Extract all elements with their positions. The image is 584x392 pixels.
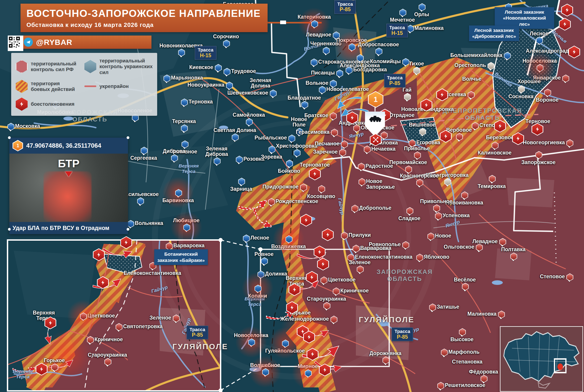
city-label: ГУЛЯЙПОЛЕ	[359, 315, 415, 324]
place-label: Высокое	[435, 336, 489, 342]
place-marker-icon	[441, 349, 448, 356]
place-marker-icon	[402, 241, 409, 249]
place-label: Благодатное	[277, 95, 332, 101]
place-label: Весёлое	[438, 277, 492, 282]
place-marker-icon	[358, 163, 365, 170]
place-marker-icon	[181, 98, 188, 106]
clash-icon	[317, 258, 329, 270]
place-marker-icon	[562, 74, 569, 82]
road-badge: ТрассаР-85	[335, 0, 356, 14]
place-label: Железнодорожное	[280, 316, 329, 322]
place-label: Калиновское	[467, 150, 522, 156]
fortified-line-icon	[84, 86, 96, 87]
place-marker-icon	[413, 67, 420, 74]
place-label: Вольнянка	[135, 220, 163, 226]
road-badge: ТрассаР-85	[384, 74, 405, 88]
place-label: Криничное	[94, 336, 123, 342]
clash-icon	[322, 228, 334, 241]
clash-icon	[36, 363, 48, 376]
place-marker-icon	[127, 220, 134, 228]
battle-zone-hex-icon	[16, 80, 28, 93]
place-marker-icon	[353, 245, 360, 252]
place-marker-icon	[246, 118, 253, 126]
place-marker-icon	[407, 25, 414, 32]
place-marker-icon	[105, 358, 111, 366]
place-label: Светлая Долина	[207, 128, 262, 133]
place-label: Криничное	[340, 288, 369, 294]
place-label: Гай	[380, 87, 434, 93]
place-marker-icon	[270, 90, 277, 97]
place-marker-icon	[341, 232, 348, 240]
place-marker-icon	[510, 252, 517, 260]
place-marker-icon	[381, 132, 388, 139]
place-label: Орестополь	[454, 62, 486, 68]
legend-label: укрепрайон	[100, 84, 129, 89]
place-marker-icon	[566, 273, 573, 281]
place-marker-icon	[419, 128, 426, 136]
place-marker-icon	[330, 112, 337, 120]
place-marker-icon	[481, 375, 487, 383]
page-subtitle: Обстановка к исходу 16 марта 2026 года	[27, 22, 261, 28]
legend-label: территориальный контроль украинских сил	[100, 58, 153, 75]
place-marker-icon	[178, 49, 185, 56]
place-marker-icon	[487, 62, 494, 70]
place-marker-icon	[444, 178, 451, 186]
incident-caption: Удар БЛА по БТР ВСУ в Отрадном	[9, 222, 128, 234]
place-label: Терновка	[188, 99, 213, 104]
place-marker-icon	[414, 151, 421, 159]
page-title: ВОСТОЧНО-ЗАПОРОЖСКОЕ НАПРАВЛЕНИЕ	[27, 8, 261, 19]
place-label: Шевченковское	[227, 90, 268, 96]
place-marker-icon	[428, 232, 434, 240]
place-label: Братское	[304, 112, 328, 118]
place-label: Привольное	[409, 198, 464, 204]
place-label: Бойково	[262, 168, 317, 174]
place-marker-icon	[461, 192, 468, 199]
place-marker-icon	[419, 3, 425, 11]
place-marker-icon	[300, 184, 307, 191]
place-label: Доброспасовое	[351, 42, 406, 48]
header: ВОСТОЧНО-ЗАПОРОЖСКОЕ НАПРАВЛЕНИЕ Обстано…	[21, 4, 267, 32]
place-label: Еленоконстантиновка	[124, 270, 181, 276]
place-label: Малиновка	[415, 25, 443, 31]
place-label: Марьяновка	[171, 75, 203, 81]
place-marker-icon	[331, 129, 338, 136]
place-marker-icon	[238, 178, 245, 186]
incident-photo: БТР	[9, 154, 128, 222]
road-badge: ТрассаН-15	[386, 24, 408, 38]
place-label: Яблоково	[424, 254, 449, 260]
place-label: Зарница	[214, 186, 268, 192]
place-marker-icon	[8, 123, 14, 130]
place-label: Полтавка	[486, 246, 541, 252]
place-marker-icon	[323, 47, 330, 54]
place-marker-icon	[468, 91, 474, 99]
card-corner-dot	[8, 136, 11, 139]
place-marker-icon	[383, 356, 389, 364]
place-label: Рождественское	[275, 198, 318, 204]
place-label: Сладкое	[382, 216, 437, 221]
place-marker-icon	[311, 58, 318, 66]
place-marker-icon	[51, 364, 58, 371]
place-label: Цветковое	[328, 277, 355, 282]
place-label: Доброполье	[359, 205, 392, 211]
clash-icon	[494, 120, 506, 132]
place-label: Новое	[435, 233, 451, 238]
incident-card-header: 1 47.90674886, 36.25117064	[9, 138, 128, 154]
place-label: Терноватое	[285, 162, 345, 168]
place-label: Марфополь	[448, 349, 479, 355]
ua-control-hex-icon	[84, 60, 96, 73]
place-label: Зеленая Долина	[231, 78, 290, 89]
legend-label: территориальный контроль сил РФ	[31, 61, 76, 72]
place-label: Богодаровка	[353, 67, 387, 72]
place-label: Зеленое	[150, 315, 171, 321]
clash-icon	[97, 276, 109, 289]
place-label: Дорожнянка	[358, 350, 413, 356]
place-marker-icon	[232, 133, 239, 141]
place-label: Лесное	[512, 31, 566, 36]
river-label: Верхняя Терса	[179, 163, 199, 174]
legend-item-fortified-line: укрепрайон	[84, 80, 153, 93]
place-marker-icon	[223, 68, 230, 76]
place-marker-icon	[301, 101, 308, 109]
place-label: Зоревка	[244, 154, 299, 160]
clash-icon	[120, 236, 132, 249]
clash-icon	[300, 214, 312, 226]
